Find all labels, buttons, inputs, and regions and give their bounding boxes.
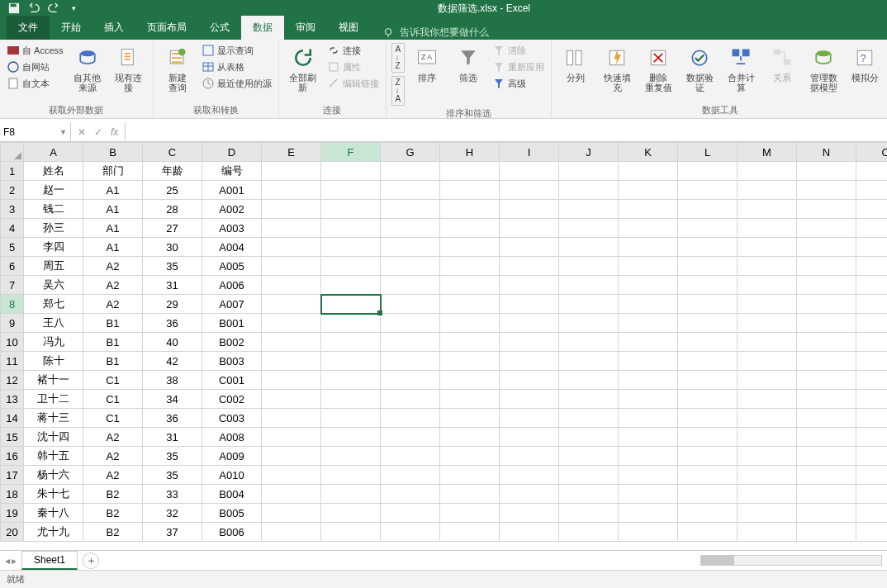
cell-J3[interactable] [559, 200, 619, 219]
undo-icon[interactable] [26, 1, 41, 16]
cell-F6[interactable] [321, 257, 381, 276]
cell-M17[interactable] [738, 466, 797, 485]
cell-C9[interactable]: 36 [143, 314, 202, 333]
cell-O14[interactable] [856, 409, 888, 428]
cell-N10[interactable] [797, 333, 856, 352]
cell-O20[interactable] [856, 523, 888, 542]
row-header-8[interactable]: 8 [1, 295, 24, 314]
cell-O6[interactable] [856, 257, 888, 276]
cell-J19[interactable] [559, 504, 619, 523]
cell-M2[interactable] [738, 181, 797, 200]
row-header-3[interactable]: 3 [1, 200, 24, 219]
cell-G6[interactable] [381, 257, 440, 276]
cell-C19[interactable]: 32 [143, 504, 202, 523]
cell-B9[interactable]: B1 [83, 314, 143, 333]
cell-C1[interactable]: 年龄 [143, 162, 202, 181]
what-if-button[interactable]: ?模拟分 [846, 43, 884, 84]
cell-A17[interactable]: 杨十六 [24, 466, 83, 485]
cell-J11[interactable] [559, 352, 619, 371]
cell-L8[interactable] [678, 295, 738, 314]
grid[interactable]: ABCDEFGHIJKLMNO1姓名部门年龄编号2赵一A125A0013钱二A1… [0, 142, 887, 550]
row-header-17[interactable]: 17 [1, 466, 24, 485]
cell-O17[interactable] [856, 466, 888, 485]
cell-O9[interactable] [856, 314, 888, 333]
cell-F13[interactable] [321, 390, 381, 409]
tab-insert[interactable]: 插入 [92, 16, 135, 40]
name-box-dropdown-icon[interactable]: ▼ [59, 128, 67, 136]
row-header-10[interactable]: 10 [1, 333, 24, 352]
cell-F12[interactable] [321, 371, 381, 390]
cell-H5[interactable] [440, 238, 500, 257]
cell-K5[interactable] [619, 238, 678, 257]
cell-M7[interactable] [738, 276, 797, 295]
cell-N4[interactable] [797, 219, 856, 238]
cell-A5[interactable]: 李四 [24, 238, 83, 257]
cell-G4[interactable] [381, 219, 440, 238]
cell-N18[interactable] [797, 485, 856, 504]
col-header-M[interactable]: M [738, 143, 797, 162]
cell-A16[interactable]: 韩十五 [24, 447, 83, 466]
cell-M13[interactable] [738, 390, 797, 409]
cell-I17[interactable] [500, 466, 559, 485]
horizontal-scrollbar[interactable] [700, 555, 882, 566]
col-header-B[interactable]: B [83, 143, 143, 162]
cell-G13[interactable] [381, 390, 440, 409]
cell-L7[interactable] [678, 276, 738, 295]
cell-F8[interactable] [321, 295, 381, 314]
cell-E6[interactable] [262, 257, 321, 276]
cell-L1[interactable] [678, 162, 738, 181]
add-sheet-button[interactable]: ＋ [83, 552, 99, 569]
cell-H6[interactable] [440, 257, 500, 276]
tab-review[interactable]: 审阅 [284, 16, 327, 40]
cell-B7[interactable]: A2 [83, 276, 143, 295]
tab-formulas[interactable]: 公式 [198, 16, 241, 40]
cell-B6[interactable]: A2 [83, 257, 143, 276]
cell-K8[interactable] [619, 295, 678, 314]
row-header-2[interactable]: 2 [1, 181, 24, 200]
cell-O10[interactable] [856, 333, 888, 352]
cell-K13[interactable] [619, 390, 678, 409]
cell-D19[interactable]: B005 [202, 504, 262, 523]
cell-I16[interactable] [500, 447, 559, 466]
cell-B5[interactable]: A1 [83, 238, 143, 257]
cell-E8[interactable] [262, 295, 321, 314]
cell-A18[interactable]: 朱十七 [24, 485, 83, 504]
cell-O4[interactable] [856, 219, 888, 238]
cell-L17[interactable] [678, 466, 738, 485]
cell-F7[interactable] [321, 276, 381, 295]
cell-F16[interactable] [321, 447, 381, 466]
remove-dup-button[interactable]: 删除 重复值 [639, 43, 677, 94]
cell-I2[interactable] [500, 181, 559, 200]
cell-B18[interactable]: B2 [83, 485, 143, 504]
refresh-all-button[interactable]: 全部刷新 [284, 43, 322, 94]
cell-G20[interactable] [381, 523, 440, 542]
cell-H18[interactable] [440, 485, 500, 504]
cell-O13[interactable] [856, 390, 888, 409]
cell-G17[interactable] [381, 466, 440, 485]
cell-B19[interactable]: B2 [83, 504, 143, 523]
cell-G8[interactable] [381, 295, 440, 314]
cell-G19[interactable] [381, 504, 440, 523]
cell-A2[interactable]: 赵一 [24, 181, 83, 200]
cell-J6[interactable] [559, 257, 619, 276]
cell-C3[interactable]: 28 [143, 200, 202, 219]
cell-E20[interactable] [262, 523, 321, 542]
cell-K9[interactable] [619, 314, 678, 333]
cell-O1[interactable] [856, 162, 888, 181]
cell-D4[interactable]: A003 [202, 219, 262, 238]
cell-B16[interactable]: A2 [83, 447, 143, 466]
cell-L16[interactable] [678, 447, 738, 466]
cell-L12[interactable] [678, 371, 738, 390]
col-header-H[interactable]: H [440, 143, 500, 162]
row-header-13[interactable]: 13 [1, 390, 24, 409]
cell-B2[interactable]: A1 [83, 181, 143, 200]
cell-A15[interactable]: 沈十四 [24, 428, 83, 447]
cell-F19[interactable] [321, 504, 381, 523]
cell-C11[interactable]: 42 [143, 352, 202, 371]
row-header-1[interactable]: 1 [1, 162, 24, 181]
cell-A3[interactable]: 钱二 [24, 200, 83, 219]
cell-I14[interactable] [500, 409, 559, 428]
cell-C6[interactable]: 35 [143, 257, 202, 276]
cell-I1[interactable] [500, 162, 559, 181]
cell-M6[interactable] [738, 257, 797, 276]
